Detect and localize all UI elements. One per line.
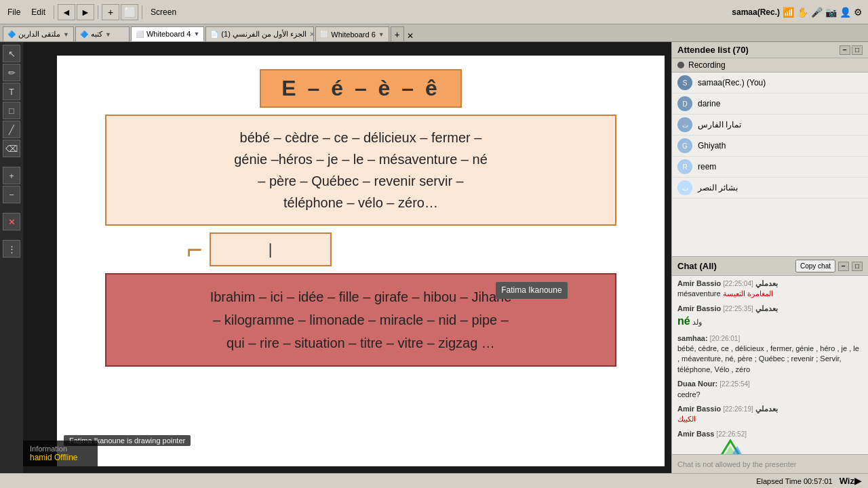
orange-text: bébé – cèdre – ce – délicieux – fermer –… [234, 130, 488, 210]
input-cursor: | [269, 241, 273, 258]
attendee-title: Attendee list (70) [677, 45, 749, 55]
attendee-header: Attendee list (70) − □ [672, 42, 868, 58]
redo-button[interactable]: ► [77, 4, 94, 20]
chat-minimize[interactable]: − [838, 262, 849, 271]
msg4-time: [22:25:54] [719, 380, 749, 388]
msg1-text-ar: المغامرة التعيسة [723, 289, 773, 298]
edit-menu[interactable]: Edit [26, 4, 50, 20]
tab-arrow-1[interactable]: ▼ [63, 31, 69, 38]
user-rec-label: samaa(Rec.) [732, 7, 780, 17]
tab-icon-3: ⬜ [136, 30, 144, 38]
chat-message-2: Amir Bassio بعدملي [22:25:35] né ولد [677, 304, 863, 329]
tab-maltaqy[interactable]: 🔷 ملتقى الدارين ▼ [3, 26, 74, 41]
video-icon[interactable]: 📷 [825, 7, 837, 18]
tab-whiteboard4[interactable]: ⬜ Whiteboard 4 ▼ [131, 26, 204, 41]
chat-title: Chat (All) [677, 261, 717, 271]
attendee-item-darine[interactable]: D darine [672, 94, 868, 115]
msg6-sender: Amir Bass [677, 430, 716, 438]
tab-icon-2: 🔷 [80, 30, 88, 38]
avatar-samaa: S [677, 75, 692, 90]
settings-icon[interactable]: ⚙ [854, 7, 863, 18]
tab-bar: 🔷 ملتقى الدارين ▼ 🔷 كتبه ▼ ⬜ Whiteboard … [0, 24, 868, 42]
zoom-in-tool[interactable]: + [3, 167, 20, 184]
chat-input-bar[interactable]: Chat is not allowed by the presenter [672, 454, 868, 473]
main-toolbar: File Edit ◄ ► + ⬜ Screen samaa(Rec.) 📶 ✋… [0, 0, 868, 24]
attendee-item-reem[interactable]: R reem [672, 157, 868, 178]
msg2-time: [22:25:35] [723, 305, 753, 312]
attendee-name-boshaer: بشائر النصر [698, 183, 738, 192]
user-icon[interactable]: 👤 [840, 7, 851, 18]
pen-tool[interactable]: ✏ [3, 64, 20, 81]
text-input-box[interactable]: | [210, 232, 332, 266]
tab-arrow-3[interactable]: ▼ [193, 30, 199, 37]
tab-close-4[interactable]: ✕ [309, 30, 314, 38]
info-label: Information [30, 445, 91, 453]
cursor-tooltip: Fatima Ikanoune [496, 282, 567, 299]
attendee-item-samaa[interactable]: S samaa(Rec.) (You) [672, 73, 868, 94]
right-panel: Attendee list (70) − □ Recording S samaa… [671, 42, 868, 473]
chat-maximize[interactable]: □ [852, 262, 863, 271]
line-tool[interactable]: ╱ [3, 121, 20, 138]
tab-icon-5: ⬜ [320, 30, 328, 38]
screen-button[interactable]: Screen [146, 4, 181, 20]
attendee-name-darine: darine [698, 99, 720, 108]
attendee-name-reem: reem [698, 162, 716, 171]
tab-katbah[interactable]: 🔷 كتبه ▼ [75, 26, 130, 41]
chat-message-1: Amir Bassio بعدملي [22:25:04] mésaventur… [677, 279, 863, 300]
copy-chat-button[interactable]: Copy chat [795, 260, 835, 272]
hand-icon[interactable]: ✋ [797, 7, 808, 18]
attendee-item-tamara[interactable]: ت تمارا الفارس [672, 115, 868, 136]
tab-label-1: ملتقى الدارين [18, 30, 60, 39]
msg3-text: bébé, cèdre, ce , délicieux , fermer, gé… [677, 344, 859, 373]
avatar-ghiyath: G [677, 138, 692, 153]
tab-label-5: Whiteboard 6 [331, 30, 375, 39]
attendee-minimize[interactable]: − [840, 45, 850, 55]
avatar-boshaer: ب [677, 180, 692, 195]
avatar-reem: R [677, 159, 692, 174]
attendee-controls: − □ [840, 45, 863, 55]
chat-header: Chat (All) Copy chat − □ [672, 257, 868, 276]
tab-arrow-5[interactable]: ▼ [378, 31, 384, 38]
msg4-text: cedre? [677, 390, 701, 399]
msg2-text: né [677, 315, 690, 327]
tab-close-all[interactable]: ✕ [407, 29, 414, 41]
tab-whiteboard6[interactable]: ⬜ Whiteboard 6 ▼ [315, 26, 389, 41]
whiteboard-content: E – é – è – ê bébé – cèdre – ce – délici… [57, 56, 665, 466]
msg6-time: [22:26:52] [716, 430, 746, 438]
chat-section: Chat (All) Copy chat − □ Amir Bassio بعد… [672, 256, 868, 473]
msg3-time: [20:26:01] [710, 335, 740, 342]
msg3-sender: samhaa: [677, 334, 710, 342]
avatar-darine: D [677, 96, 692, 111]
arrow-tool[interactable]: ↖ [3, 45, 20, 62]
tab-label-2: كتبه [91, 30, 102, 39]
zoom-out-tool[interactable]: − [3, 186, 20, 203]
attendee-name-samaa: samaa(Rec.) (You) [698, 78, 766, 87]
red-text: Ibrahim – ici – idée – fille – girafe – … [210, 289, 512, 350]
add-button[interactable]: + [102, 4, 119, 20]
info-overlay: Information hamid Offline [23, 441, 98, 466]
text-tool[interactable]: T [3, 83, 20, 100]
rec-bar: Recording [672, 58, 868, 73]
canvas-area: 3 E – é – è – ê bébé – cèdre – ce – déli… [23, 42, 671, 473]
eraser-tool[interactable]: ⌫ [3, 140, 20, 157]
attendee-name-ghiyath: Ghiyath [698, 141, 726, 150]
title-box: E – é – è – ê [260, 69, 461, 108]
file-menu[interactable]: File [3, 4, 25, 20]
chat-message-3: samhaa: [20:26:01] bébé, cèdre, ce , dél… [677, 333, 863, 375]
toolbar-sep-1 [54, 5, 54, 19]
orange-content-box: bébé – cèdre – ce – délicieux – fermer –… [105, 115, 616, 226]
toolbar-sep-3 [142, 5, 142, 19]
shape-tool[interactable]: □ [3, 102, 20, 119]
attendee-item-boshaer[interactable]: ب بشائر النصر [672, 178, 868, 199]
x-tool[interactable]: ✕ [3, 213, 20, 230]
tab-french[interactable]: 📄 الجزء الأول من الفرنسي (1) ✕ ▼ [205, 26, 314, 41]
attendee-item-ghiyath[interactable]: G Ghiyath [672, 136, 868, 157]
mic-icon[interactable]: 🎤 [811, 7, 823, 18]
camera-button[interactable]: ⬜ [121, 4, 138, 20]
undo-button[interactable]: ◄ [58, 4, 75, 20]
tab-add-button[interactable]: + [391, 26, 404, 41]
attendee-maximize[interactable]: □ [852, 45, 863, 55]
chat-input-placeholder: Chat is not allowed by the presenter [677, 460, 797, 468]
more-tool[interactable]: ⋮ [3, 240, 20, 258]
tab-arrow-2[interactable]: ▼ [105, 31, 111, 38]
